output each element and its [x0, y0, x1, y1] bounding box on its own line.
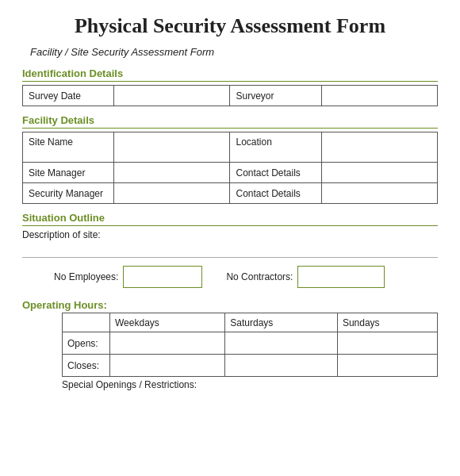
- facility-table: Site Name Location Site Manager Contact …: [22, 132, 438, 204]
- surveyor-value[interactable]: [321, 86, 437, 106]
- site-manager-value[interactable]: [114, 163, 230, 183]
- opens-weekdays[interactable]: [110, 332, 225, 355]
- description-line[interactable]: [22, 244, 438, 258]
- saturdays-header: Saturdays: [225, 313, 338, 332]
- opens-label: Opens:: [63, 332, 110, 355]
- identification-section-label: Identification Details: [22, 67, 438, 82]
- survey-date-value[interactable]: [114, 86, 230, 106]
- no-contractors-box[interactable]: [297, 266, 385, 288]
- subtitle: Facility / Site Security Assessment Form: [30, 46, 438, 58]
- weekdays-header: Weekdays: [110, 313, 225, 332]
- operating-hours-table: Weekdays Saturdays Sundays Opens: Closes…: [62, 313, 438, 377]
- closes-label: Closes:: [63, 355, 110, 377]
- op-blank-header: [63, 313, 110, 332]
- security-manager-contact-value[interactable]: [321, 183, 437, 204]
- identification-table: Survey Date Surveyor: [22, 85, 438, 106]
- opens-saturdays[interactable]: [225, 332, 338, 355]
- site-manager-label: Site Manager: [23, 163, 114, 183]
- page-title: Physical Security Assessment Form: [22, 14, 438, 38]
- special-openings-label: Special Openings / Restrictions:: [62, 379, 438, 390]
- security-manager-label: Security Manager: [23, 183, 114, 204]
- survey-date-label: Survey Date: [23, 86, 114, 106]
- description-label: Description of site:: [22, 229, 438, 240]
- security-manager-value[interactable]: [114, 183, 230, 204]
- facility-section-label: Facility Details: [22, 114, 438, 129]
- operating-hours-label: Operating Hours:: [22, 299, 438, 311]
- site-manager-contact-value[interactable]: [321, 163, 437, 183]
- location-value[interactable]: [321, 132, 437, 163]
- site-manager-contact-label: Contact Details: [230, 163, 321, 183]
- situation-section-label: Situation Outline: [22, 212, 438, 226]
- no-employees-label: No Employees:: [54, 271, 118, 282]
- site-name-label: Site Name: [23, 132, 114, 163]
- opens-sundays[interactable]: [337, 332, 437, 355]
- security-manager-contact-label: Contact Details: [230, 183, 321, 204]
- no-employees-box[interactable]: [123, 266, 202, 288]
- closes-sundays[interactable]: [337, 355, 437, 377]
- closes-saturdays[interactable]: [225, 355, 338, 377]
- no-contractors-label: No Contractors:: [226, 271, 293, 282]
- site-name-value[interactable]: [114, 132, 230, 163]
- location-label: Location: [230, 132, 321, 163]
- sundays-header: Sundays: [337, 313, 437, 332]
- surveyor-label: Surveyor: [230, 86, 321, 106]
- closes-weekdays[interactable]: [110, 355, 225, 377]
